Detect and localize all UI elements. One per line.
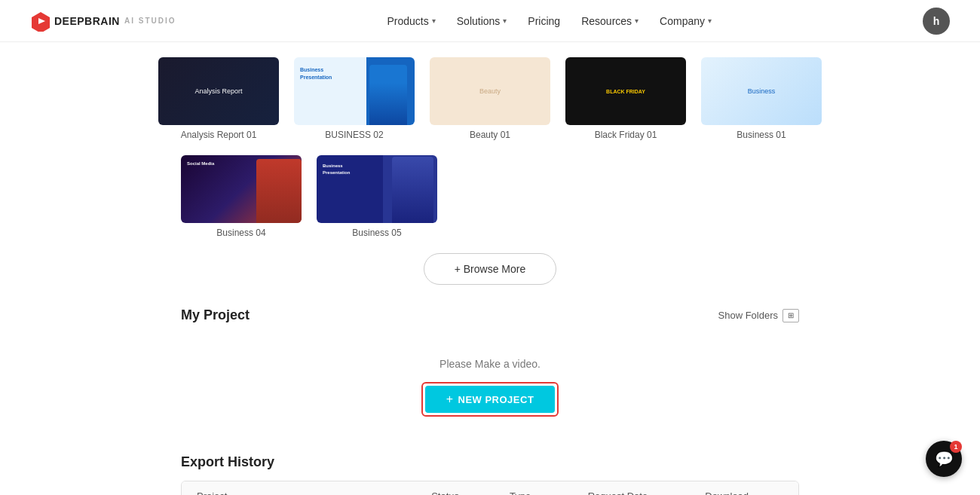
nav-pricing[interactable]: Pricing xyxy=(528,15,560,27)
export-table: Project Status Type Request Date Downloa… xyxy=(181,481,799,495)
table-header: Project Status Type Request Date Downloa… xyxy=(182,481,798,495)
plus-icon: + xyxy=(446,393,454,405)
template-item: Analysis Report 01 xyxy=(158,57,279,140)
template-label: Beauty 01 xyxy=(470,130,510,140)
empty-project-area: Please Make a video. + NEW PROJECT xyxy=(181,335,799,432)
template-item: BusinessPresentation Business 05 xyxy=(317,155,437,238)
section-header: My Project Show Folders ⊞ xyxy=(181,307,799,323)
new-project-button[interactable]: + NEW PROJECT xyxy=(425,386,556,413)
chevron-down-icon: ▾ xyxy=(635,17,639,25)
empty-project-text: Please Make a video. xyxy=(181,358,799,370)
col-request-date: Request Date xyxy=(588,490,706,495)
person-figure xyxy=(392,157,433,223)
chevron-down-icon: ▾ xyxy=(432,17,436,25)
chat-icon: 💬 xyxy=(935,450,954,468)
my-project-title: My Project xyxy=(181,307,250,323)
templates-row-2: Social Media Business 04 BusinessPresent… xyxy=(181,155,799,238)
slide-text: BusinessPresentation xyxy=(323,163,350,176)
show-folders-label: Show Folders xyxy=(718,310,778,321)
template-thumbnail-blackfriday[interactable] xyxy=(565,57,686,125)
navbar-right: h xyxy=(923,8,950,35)
export-history-title: Export History xyxy=(181,454,799,470)
deepbrain-logo-icon xyxy=(30,11,51,32)
my-project-section: My Project Show Folders ⊞ Please Make a … xyxy=(0,307,980,432)
template-label: Business 01 xyxy=(737,130,786,140)
template-label: Black Friday 01 xyxy=(595,130,657,140)
template-thumbnail-business04[interactable]: Social Media xyxy=(181,155,302,223)
templates-row-1: Analysis Report 01 BusinessPresentation … xyxy=(181,57,799,140)
template-label: Analysis Report 01 xyxy=(181,130,257,140)
template-thumbnail-analysis[interactable] xyxy=(158,57,279,125)
chat-bubble[interactable]: 💬 1 xyxy=(926,441,962,477)
slide-text: Social Media xyxy=(187,161,214,166)
chevron-down-icon: ▾ xyxy=(708,17,712,25)
nav-products[interactable]: Products ▾ xyxy=(387,15,436,27)
new-project-label: NEW PROJECT xyxy=(458,394,534,405)
template-thumbnail-beauty[interactable] xyxy=(430,57,550,125)
templates-section: Analysis Report 01 BusinessPresentation … xyxy=(0,42,980,238)
nav-company[interactable]: Company ▾ xyxy=(660,15,712,27)
template-label: BUSINESS 02 xyxy=(325,130,383,140)
main-content: Analysis Report 01 BusinessPresentation … xyxy=(0,42,980,495)
person-figure xyxy=(256,159,302,223)
nav-resources[interactable]: Resources ▾ xyxy=(581,15,639,27)
folder-icon: ⊞ xyxy=(782,309,799,322)
col-download: Download xyxy=(705,490,783,495)
show-folders-button[interactable]: Show Folders ⊞ xyxy=(718,309,799,322)
person-figure xyxy=(369,65,407,125)
navbar: DEEPBRAIN AI STUDIO Products ▾ Solutions… xyxy=(0,0,980,42)
template-item: BusinessPresentation BUSINESS 02 xyxy=(294,57,415,140)
template-item: Social Media Business 04 xyxy=(181,155,302,238)
template-item: Business 01 xyxy=(701,57,822,140)
new-project-wrapper: + NEW PROJECT xyxy=(421,382,559,417)
template-item: Beauty 01 xyxy=(430,57,550,140)
col-status: Status xyxy=(431,490,510,495)
col-type: Type xyxy=(510,490,588,495)
logo[interactable]: DEEPBRAIN AI STUDIO xyxy=(30,11,176,32)
nav-solutions[interactable]: Solutions ▾ xyxy=(457,15,507,27)
template-label: Business 05 xyxy=(352,228,401,238)
template-label: Business 04 xyxy=(216,228,265,238)
browse-more-container: + Browse More xyxy=(0,253,980,285)
brand-sub: AI STUDIO xyxy=(124,17,176,25)
template-item: Black Friday 01 xyxy=(565,57,686,140)
template-thumbnail-business01[interactable] xyxy=(701,57,822,125)
chevron-down-icon: ▾ xyxy=(503,17,507,25)
col-project: Project xyxy=(197,490,431,495)
avatar[interactable]: h xyxy=(923,8,950,35)
chat-badge: 1 xyxy=(950,441,962,453)
slide-text: BusinessPresentation xyxy=(300,66,332,81)
template-thumbnail-business05[interactable]: BusinessPresentation xyxy=(317,155,437,223)
template-thumbnail-business02[interactable]: BusinessPresentation xyxy=(294,57,415,125)
brand-name: DEEPBRAIN xyxy=(54,15,120,27)
browse-more-button[interactable]: + Browse More xyxy=(424,253,557,285)
nav-menu: Products ▾ Solutions ▾ Pricing Resources… xyxy=(387,15,712,27)
export-history-section: Export History Project Status Type Reque… xyxy=(0,432,980,495)
